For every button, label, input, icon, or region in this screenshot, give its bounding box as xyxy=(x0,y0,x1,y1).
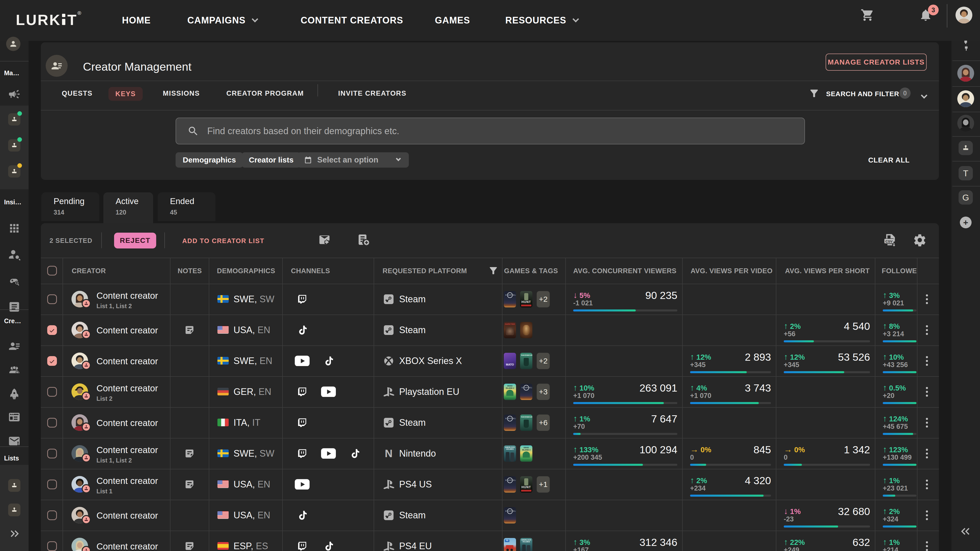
svg-text:CSV: CSV xyxy=(885,240,892,243)
